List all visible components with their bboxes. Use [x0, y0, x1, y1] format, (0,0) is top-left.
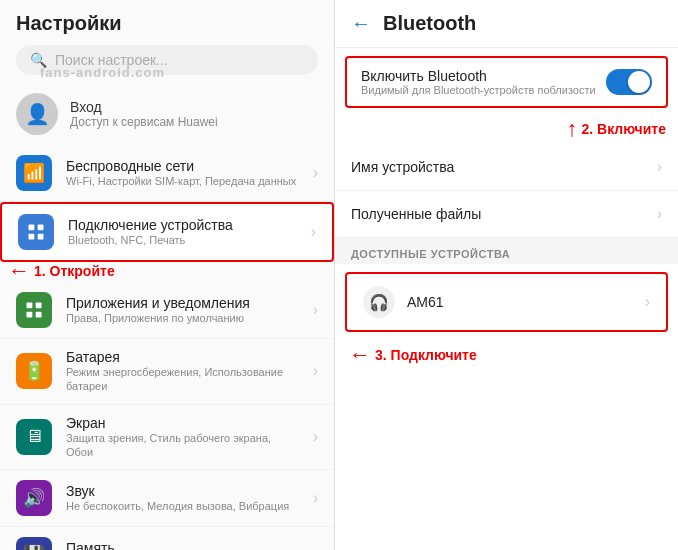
sidebar-item-apps[interactable]: Приложения и уведомления Права, Приложен… [0, 282, 334, 339]
bluetooth-visibility-label: Видимый для Bluetooth-устройств поблизос… [361, 84, 596, 96]
device-am61-name: AM61 [407, 294, 645, 310]
device-name-item[interactable]: Имя устройства › [335, 144, 678, 191]
user-info: Вход Доступ к сервисам Huawei [70, 99, 218, 129]
received-files-label: Полученные файлы [351, 206, 657, 222]
storage-text: Память Память, Очистка памяти [66, 540, 299, 550]
device-name-label: Имя устройства [351, 159, 657, 175]
storage-icon: 💾 [16, 537, 52, 550]
back-button[interactable]: ← [351, 12, 371, 35]
user-name: Вход [70, 99, 218, 115]
svg-rect-7 [36, 312, 42, 318]
display-text: Экран Защита зрения, Стиль рабочего экра… [66, 415, 299, 460]
battery-title: Батарея [66, 349, 299, 365]
sidebar-item-device-connect[interactable]: Подключение устройства Bluetooth, NFC, П… [0, 202, 334, 262]
user-row[interactable]: 👤 Вход Доступ к сервисам Huawei [0, 83, 334, 145]
svg-rect-3 [38, 234, 44, 240]
available-devices-header: ДОСТУПНЫЕ УСТРОЙСТВА [335, 238, 678, 264]
device-connect-sub: Bluetooth, NFC, Печать [68, 233, 297, 247]
bluetooth-panel: ← Bluetooth Включить Bluetooth Видимый д… [335, 0, 678, 550]
bluetooth-header: ← Bluetooth [335, 0, 678, 48]
annotation-connect-text: 3. Подключите [375, 347, 477, 363]
apps-title: Приложения и уведомления [66, 295, 299, 311]
sidebar-item-wireless[interactable]: 📶 Беспроводные сети Wi-Fi, Настройки SIM… [0, 145, 334, 202]
sound-text: Звук Не беспокоить, Мелодия вызова, Вибр… [66, 483, 299, 513]
display-sub: Защита зрения, Стиль рабочего экрана, Об… [66, 431, 299, 460]
sidebar-item-battery[interactable]: 🔋 Батарея Режим энергосбережения, Исполь… [0, 339, 334, 405]
device-connect-text: Подключение устройства Bluetooth, NFC, П… [68, 217, 297, 247]
display-icon: 🖥 [16, 419, 52, 455]
device-connect-icon [18, 214, 54, 250]
sidebar-item-display[interactable]: 🖥 Экран Защита зрения, Стиль рабочего эк… [0, 405, 334, 471]
received-files-item[interactable]: Полученные файлы › [335, 191, 678, 238]
chevron-right-icon: › [645, 293, 650, 311]
annotation-enable: ↑ 2. Включите [566, 118, 666, 140]
sidebar-item-storage[interactable]: 💾 Память Память, Очистка памяти › [0, 527, 334, 550]
device-am61[interactable]: 🎧 AM61 › [345, 272, 668, 332]
svg-rect-1 [38, 225, 44, 231]
wireless-text: Беспроводные сети Wi-Fi, Настройки SIM-к… [66, 158, 299, 188]
wireless-title: Беспроводные сети [66, 158, 299, 174]
svg-rect-4 [27, 303, 33, 309]
annotation-open: ← 1. Откройте [8, 260, 115, 282]
device-connect-title: Подключение устройства [68, 217, 297, 233]
bluetooth-title: Bluetooth [383, 12, 476, 35]
chevron-right-icon: › [313, 489, 318, 507]
annotation-connect: ← 3. Подключите [349, 344, 477, 366]
wireless-sub: Wi-Fi, Настройки SIM-карт, Передача данн… [66, 174, 299, 188]
bluetooth-toggle-section: Включить Bluetooth Видимый для Bluetooth… [345, 56, 668, 108]
search-bar[interactable]: 🔍 Поиск настроек... [16, 45, 318, 75]
chevron-right-icon: › [311, 223, 316, 241]
bluetooth-enable-label: Включить Bluetooth [361, 68, 596, 84]
bluetooth-toggle[interactable] [606, 69, 652, 95]
avatar: 👤 [16, 93, 58, 135]
battery-icon: 🔋 [16, 353, 52, 389]
sidebar-item-sound[interactable]: 🔊 Звук Не беспокоить, Мелодия вызова, Ви… [0, 470, 334, 527]
chevron-right-icon: › [313, 362, 318, 380]
sound-title: Звук [66, 483, 299, 499]
user-sub: Доступ к сервисам Huawei [70, 115, 218, 129]
apps-icon [16, 292, 52, 328]
sound-sub: Не беспокоить, Мелодия вызова, Вибрация [66, 499, 299, 513]
annotation-enable-text: 2. Включите [581, 121, 666, 137]
toggle-knob [628, 71, 650, 93]
chevron-right-icon: › [657, 205, 662, 223]
svg-rect-6 [27, 312, 33, 318]
settings-panel: Настройки 🔍 Поиск настроек... 👤 Вход Дос… [0, 0, 335, 550]
bluetooth-label-group: Включить Bluetooth Видимый для Bluetooth… [361, 68, 596, 96]
search-icon: 🔍 [30, 52, 47, 68]
chevron-right-icon: › [313, 301, 318, 319]
svg-rect-5 [36, 303, 42, 309]
chevron-right-icon: › [313, 164, 318, 182]
apps-text: Приложения и уведомления Права, Приложен… [66, 295, 299, 325]
left-header: Настройки 🔍 Поиск настроек... [0, 0, 334, 83]
settings-list: 📶 Беспроводные сети Wi-Fi, Настройки SIM… [0, 145, 334, 550]
battery-sub: Режим энергосбережения, Использование ба… [66, 365, 299, 394]
sound-icon: 🔊 [16, 480, 52, 516]
svg-rect-2 [29, 234, 35, 240]
battery-text: Батарея Режим энергосбережения, Использо… [66, 349, 299, 394]
search-placeholder: Поиск настроек... [55, 52, 168, 68]
wireless-icon: 📶 [16, 155, 52, 191]
annotation-open-text: 1. Откройте [34, 263, 115, 279]
svg-rect-0 [29, 225, 35, 231]
headphones-icon: 🎧 [363, 286, 395, 318]
chevron-right-icon: › [313, 428, 318, 446]
chevron-right-icon: › [313, 546, 318, 550]
settings-title: Настройки [16, 12, 318, 35]
display-title: Экран [66, 415, 299, 431]
storage-title: Память [66, 540, 299, 550]
apps-sub: Права, Приложения по умолчанию [66, 311, 299, 325]
chevron-right-icon: › [657, 158, 662, 176]
